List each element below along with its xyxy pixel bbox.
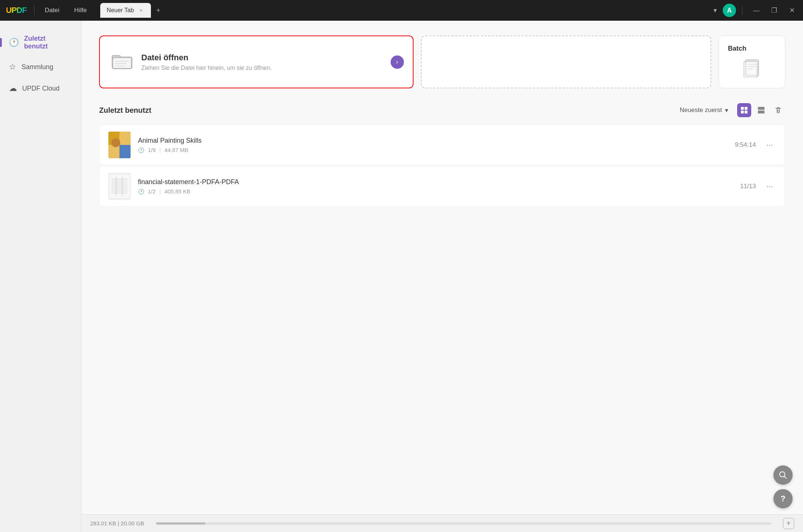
open-file-card[interactable]: Datei öffnen Ziehen Sie die Datei hier h… <box>99 35 414 88</box>
open-file-text: Datei öffnen Ziehen Sie die Datei hier h… <box>141 53 272 71</box>
folder-icon <box>112 53 132 71</box>
help-fab-button[interactable]: ? <box>773 489 793 508</box>
sidebar-label-collection: Sammlung <box>21 63 53 71</box>
svg-point-22 <box>111 138 120 147</box>
batch-card: Batch <box>719 35 785 88</box>
avatar[interactable]: A <box>723 4 736 17</box>
file-info: financial-statement-1-PDFA-PDFA 🕐 1/2 | … <box>138 178 733 194</box>
filter-label: Neueste zuerst <box>680 106 722 114</box>
batch-title: Batch <box>728 45 746 52</box>
open-file-arrow-button[interactable]: › <box>391 55 404 69</box>
svg-line-36 <box>784 476 786 478</box>
maximize-button[interactable]: ❐ <box>769 5 779 16</box>
file-more-button[interactable]: ··· <box>763 180 776 193</box>
titlebar-right: ▾ A — ❐ ✕ <box>713 4 797 17</box>
file-name: Animal Painting Skills <box>138 137 728 145</box>
file-info: Animal Painting Skills 🕐 1/9 | 44.87 MB <box>138 137 728 153</box>
file-clock-icon: 🕐 <box>138 147 144 153</box>
recent-filter[interactable]: Neueste zuerst ▾ <box>680 106 728 114</box>
svg-rect-14 <box>741 111 744 113</box>
tab-close-button[interactable]: × <box>138 7 144 14</box>
svg-rect-24 <box>109 174 129 199</box>
storage-progress-fill <box>156 522 205 525</box>
close-button[interactable]: ✕ <box>787 5 797 16</box>
filter-arrow-icon: ▾ <box>725 106 728 114</box>
recent-header: Zuletzt benutzt Neueste zuerst ▾ <box>99 103 785 117</box>
titlebar: UPDF Datei Hilfe Neuer Tab × + ▾ A — ❐ ✕ <box>0 0 803 21</box>
batch-icon[interactable] <box>742 58 762 79</box>
chevron-down-icon[interactable]: ▾ <box>713 6 717 14</box>
svg-rect-17 <box>758 111 765 113</box>
status-add-button[interactable]: + <box>783 518 794 529</box>
file-thumbnail <box>108 132 131 158</box>
tab-neuer[interactable]: Neuer Tab × <box>100 3 151 18</box>
recent-title: Zuletzt benutzt <box>99 106 151 115</box>
tab-add-button[interactable]: + <box>152 4 164 16</box>
titlebar-right-divider <box>742 6 742 15</box>
drag-drop-area[interactable] <box>421 35 712 88</box>
collection-icon: ☆ <box>9 62 16 72</box>
titlebar-menu: Datei Hilfe <box>42 5 90 16</box>
app-logo: UPDF <box>6 6 27 15</box>
file-item[interactable]: Animal Painting Skills 🕐 1/9 | 44.87 MB … <box>99 125 785 165</box>
svg-rect-23 <box>119 145 131 158</box>
file-clock-icon: 🕐 <box>138 189 144 194</box>
grid-compact-view-button[interactable] <box>737 103 751 117</box>
help-icon: ? <box>780 494 785 504</box>
storage-status: 283.01 KB | 20.00 GB <box>90 520 144 526</box>
open-file-title: Datei öffnen <box>141 53 272 62</box>
grid-large-view-button[interactable] <box>754 103 768 117</box>
sidebar-item-collection[interactable]: ☆ Sammlung <box>0 57 77 77</box>
file-more-button[interactable]: ··· <box>763 139 776 151</box>
main-layout: 🕐 Zuletzt benutzt ☆ Sammlung ☁ UPDF Clou… <box>0 21 803 532</box>
titlebar-divider <box>34 6 34 15</box>
window-controls: — ❐ ✕ <box>751 5 797 16</box>
file-size: 44.87 MB <box>165 147 188 153</box>
minimize-button[interactable]: — <box>751 5 762 16</box>
svg-rect-11 <box>744 61 757 78</box>
sidebar-label-cloud: UPDF Cloud <box>22 85 60 92</box>
file-thumbnail <box>108 173 131 200</box>
storage-progress-bar <box>156 522 771 525</box>
view-controls <box>737 103 785 117</box>
sidebar: 🕐 Zuletzt benutzt ☆ Sammlung ☁ UPDF Clou… <box>0 21 81 532</box>
delete-recent-button[interactable] <box>771 103 785 117</box>
file-time: 9:54:14 <box>735 141 756 149</box>
content-area: Datei öffnen Ziehen Sie die Datei hier h… <box>81 21 803 532</box>
file-name: financial-statement-1-PDFA-PDFA <box>138 178 733 186</box>
tab-label: Neuer Tab <box>107 7 134 14</box>
file-time: 11/13 <box>740 183 756 190</box>
sidebar-item-recent[interactable]: 🕐 Zuletzt benutzt <box>0 30 77 55</box>
sidebar-item-cloud[interactable]: ☁ UPDF Cloud <box>0 78 77 98</box>
file-meta: 🕐 1/2 | 405.85 KB <box>138 188 733 194</box>
status-bar: 283.01 KB | 20.00 GB + <box>81 514 803 532</box>
search-fab-button[interactable] <box>773 465 793 485</box>
svg-rect-13 <box>745 107 748 110</box>
cloud-icon: ☁ <box>9 84 17 93</box>
svg-rect-12 <box>741 107 744 110</box>
recent-icon: 🕐 <box>9 38 19 47</box>
open-file-subtitle: Ziehen Sie die Datei hier hinein, um sie… <box>141 65 272 71</box>
menu-datei[interactable]: Datei <box>42 5 63 16</box>
menu-hilfe[interactable]: Hilfe <box>71 5 90 16</box>
open-file-section: Datei öffnen Ziehen Sie die Datei hier h… <box>99 35 785 88</box>
sidebar-label-recent: Zuletzt benutzt <box>24 35 68 50</box>
fab-area: ? <box>773 465 793 508</box>
svg-rect-15 <box>745 111 748 113</box>
file-list: Animal Painting Skills 🕐 1/9 | 44.87 MB … <box>99 125 785 207</box>
file-pages: 1/2 <box>148 188 156 194</box>
tabs-area: Neuer Tab × + <box>100 3 706 18</box>
svg-rect-2 <box>113 58 131 68</box>
file-item[interactable]: financial-statement-1-PDFA-PDFA 🕐 1/2 | … <box>99 166 785 207</box>
file-meta: 🕐 1/9 | 44.87 MB <box>138 147 728 153</box>
svg-rect-16 <box>758 107 765 110</box>
file-size: 405.85 KB <box>165 188 190 194</box>
file-pages: 1/9 <box>148 147 156 153</box>
